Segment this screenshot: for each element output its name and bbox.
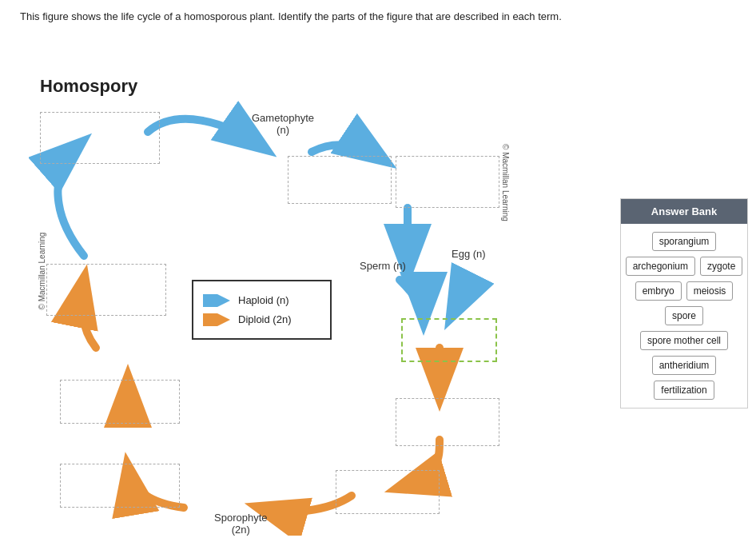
haploid-arrow-icon bbox=[203, 294, 232, 307]
answer-chip-zygote[interactable]: zygote bbox=[700, 257, 742, 276]
instruction-text: This figure shows the life cycle of a ho… bbox=[20, 10, 748, 24]
diagram-title: Homospory bbox=[40, 76, 137, 97]
answer-chip-spore[interactable]: spore bbox=[665, 306, 703, 325]
page-container: © Macmillan Learning This figure shows t… bbox=[0, 0, 756, 542]
egg-label: Egg (n) bbox=[452, 248, 486, 260]
sporophyte-text: Sporophyte bbox=[214, 512, 268, 524]
answer-chip-embryo[interactable]: embryo bbox=[635, 281, 682, 301]
dashed-box-highlight[interactable] bbox=[401, 318, 497, 362]
gametophyte-text: Gametophyte bbox=[252, 112, 314, 124]
answer-row-3: embryo meiosis bbox=[627, 281, 741, 301]
sperm-label: Sperm (n) bbox=[360, 260, 406, 272]
answer-bank-body: sporangium archegonium zygote embryo mei… bbox=[621, 224, 747, 408]
copyright-right: © Macmillan Learning bbox=[501, 144, 510, 221]
dashed-box-left-mid[interactable] bbox=[46, 264, 166, 316]
diploid-arrow-icon bbox=[203, 313, 232, 326]
dashed-box-bottom-right[interactable] bbox=[336, 470, 440, 514]
diploid-label: Diploid (2n) bbox=[238, 313, 291, 325]
answer-chip-archegonium[interactable]: archegonium bbox=[626, 257, 695, 276]
haploid-label: Haploid (n) bbox=[238, 294, 289, 306]
legend-box: Haploid (n) Diploid (2n) bbox=[192, 280, 332, 340]
dashed-box-bottom-left[interactable] bbox=[60, 464, 180, 508]
legend-haploid: Haploid (n) bbox=[203, 294, 320, 307]
dashed-box-top-center[interactable] bbox=[288, 156, 392, 204]
answer-row-2: archegonium zygote bbox=[627, 257, 741, 276]
diagram-area: Homospory bbox=[16, 32, 559, 536]
answer-chip-fertilization[interactable]: fertilization bbox=[654, 381, 714, 400]
gametophyte-label: Gametophyte (n) bbox=[252, 112, 314, 136]
answer-bank-header: Answer Bank bbox=[621, 199, 747, 224]
answer-row-6: antheridium bbox=[627, 356, 741, 375]
sporophyte-2n: (2n) bbox=[232, 524, 250, 536]
dashed-box-top-left[interactable] bbox=[40, 112, 160, 164]
answer-chip-spore-mother-cell[interactable]: spore mother cell bbox=[640, 331, 728, 350]
answer-bank-panel: Answer Bank sporangium archegonium zygot… bbox=[620, 198, 748, 408]
answer-row-5: spore mother cell bbox=[627, 331, 741, 350]
dashed-box-right-mid[interactable] bbox=[396, 398, 499, 446]
answer-row-4: spore bbox=[627, 306, 741, 325]
legend-diploid: Diploid (2n) bbox=[203, 313, 320, 326]
answer-chip-sporangium[interactable]: sporangium bbox=[652, 232, 717, 251]
answer-row-1: sporangium bbox=[627, 232, 741, 251]
answer-chip-antheridium[interactable]: antheridium bbox=[652, 356, 717, 375]
answer-row-7: fertilization bbox=[627, 381, 741, 400]
answer-chip-meiosis[interactable]: meiosis bbox=[686, 281, 734, 301]
sporophyte-label: Sporophyte (2n) bbox=[214, 512, 268, 536]
gametophyte-n: (n) bbox=[277, 124, 289, 136]
dashed-box-left-lower[interactable] bbox=[60, 380, 180, 424]
dashed-box-top-right[interactable] bbox=[396, 156, 499, 208]
